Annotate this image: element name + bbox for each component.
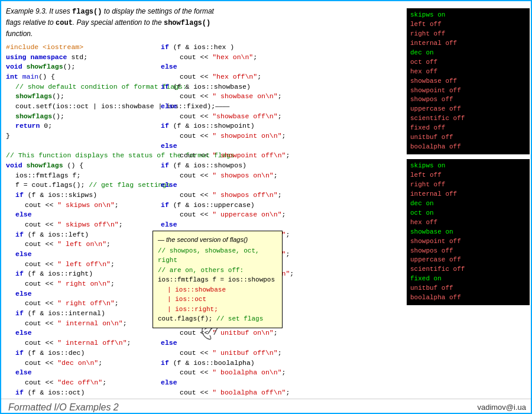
line-using: using namespace std;	[6, 53, 158, 63]
line-if-dec: if (f & ios::dec)	[6, 348, 158, 358]
blackbox-second: skipws on left off right off internal of…	[407, 159, 530, 305]
bb1-showbase: showbase off	[410, 77, 526, 86]
line-else-hex: else	[161, 62, 400, 72]
line-skipws-on: cout << " skipws on\n";	[6, 200, 158, 211]
bb2-unitbuf: unitbuf off	[410, 284, 526, 293]
line-else-internal: else	[6, 328, 158, 338]
desc-text1: to display the settings of the format	[102, 7, 213, 15]
line-else-boolalpha: else	[161, 378, 400, 388]
line-if-internal: if (f & ios::internal)	[6, 309, 158, 319]
bb2-showpoint: showpoint off	[410, 237, 526, 247]
line-left-off: cout << " left off\n";	[6, 260, 158, 270]
line-return: return 0;	[6, 121, 158, 131]
line-showpoint-off: cout << " showpoint off\n";	[161, 151, 400, 161]
line-else-skipws: else	[6, 210, 158, 220]
line-right-on: cout << " right on\n";	[6, 279, 158, 289]
bb1-right: right off	[410, 30, 526, 39]
bb1-boolalpha: boolalpha off	[410, 143, 526, 152]
line-if-showpoint: if (f & ios::showpoint)	[161, 121, 400, 131]
footer-title: Formatted I/O Examples 2	[8, 402, 119, 413]
desc-text2: flags relative to	[6, 18, 56, 27]
line-boolalpha-off: cout << " boolalpha off\n";	[161, 388, 400, 398]
line-showflags2: showflags();	[6, 112, 158, 122]
line-else-showpos: else	[161, 180, 400, 190]
line-dec-off: cout << "dec off\n";	[6, 378, 158, 388]
bb2-oct: oct on	[410, 209, 526, 218]
line-if-skipws: if (f & ios::skipws)	[6, 190, 158, 200]
right-panel: skipws on left off right off internal of…	[403, 1, 532, 399]
line-comment2: // This function displays the status of …	[6, 151, 158, 161]
line-else-left: else	[6, 250, 158, 260]
popup-code3: | ios::oct	[158, 295, 277, 305]
line-dec-on: cout << "dec on\n";	[6, 358, 158, 368]
line-if-oct: if (f & ios::oct)	[6, 388, 158, 398]
main-container: Example 9.3. It uses flags() to display …	[1, 1, 532, 414]
line-int-main: int main() {	[6, 72, 158, 82]
popup-title: — the second version of flags()	[158, 235, 277, 245]
desc-cout: cout	[56, 19, 73, 27]
line-showbase-off: cout << "showbase off\n";	[161, 112, 400, 122]
line-comment1: // show default condition of format flag…	[6, 82, 158, 92]
line-if-uppercase: if (f & ios::uppercase)	[161, 200, 400, 211]
line-newline: cout << "\n";	[161, 397, 400, 399]
desc-flags-bold: flags()	[72, 8, 102, 16]
popup-box: — the second version of flags() // showp…	[153, 231, 283, 328]
bb1-internal: internal off	[410, 39, 526, 48]
bb1-fixed: fixed off	[410, 124, 526, 133]
bb2-right: right off	[410, 180, 526, 190]
popup-comment1: // showpos, showbase, oct, right	[158, 246, 277, 266]
bb2-dec: dec on	[410, 199, 526, 209]
line-setf: cout.setf(ios::oct | ios::showbase | ios…	[6, 102, 158, 112]
line-void-showflags2: void showflags () {	[6, 161, 158, 171]
line-else-showpoint: else	[161, 141, 400, 151]
bb2-uppercase: uppercase off	[410, 255, 526, 265]
description: Example 9.3. It uses flags() to display …	[6, 6, 400, 39]
desc-showflags: showflags()	[164, 19, 210, 27]
line-else-right: else	[6, 289, 158, 299]
bb1-unitbuf: unitbuf off	[410, 133, 526, 143]
line-boolalpha-on: cout << " boolalpha on\n";	[161, 368, 400, 378]
bb2-left: left off	[410, 171, 526, 180]
line-showbase-on: cout << " showbase on\n";	[161, 92, 400, 102]
bb1-oct: oct off	[410, 58, 526, 67]
line-else-uppercase: else	[161, 220, 400, 230]
line-include: #include <iostream>	[6, 43, 158, 53]
line-showflags1: showflags();	[6, 92, 158, 102]
bb1-dec: dec on	[410, 48, 526, 58]
popup-code4: | ios::right;	[158, 305, 277, 315]
line-uppercase-on: cout << " uppercase on\n";	[161, 210, 400, 220]
desc-example: Example 9.3. It uses	[6, 7, 72, 15]
bb2-showpos: showpos off	[410, 247, 526, 256]
bb1-showpos: showpos off	[410, 95, 526, 105]
popup-code2: | ios::showbase	[158, 285, 277, 295]
line-void-showflags: void showflags();	[6, 62, 158, 72]
footer: Formatted I/O Examples 2 vadimov@i.ua	[1, 399, 532, 414]
bb2-hex: hex off	[410, 218, 526, 228]
line-if-showbase: if (f & ios::showbase)	[161, 82, 400, 92]
line-right-off: cout << " right off\n";	[6, 299, 158, 309]
line-internal-off: cout << " internal off\n";	[6, 338, 158, 348]
desc-text4: function.	[6, 30, 33, 38]
line-skipws-off: cout << " skipws off\n";	[6, 220, 158, 230]
line-if-hex: if (f & ios::hex )	[161, 43, 400, 53]
svg-line-17	[214, 328, 218, 335]
line-fmtflags: ios::fmtflags f;	[6, 171, 158, 181]
bb2-boolalpha: boolalpha off	[410, 293, 526, 303]
line-hex-on: cout << "hex on\n";	[161, 53, 400, 63]
line-showpos-off: cout << " showpos off\n";	[161, 190, 400, 200]
left-panel: Example 9.3. It uses flags() to display …	[1, 1, 403, 399]
footer-email: vadimov@i.ua	[477, 403, 526, 412]
desc-text3: . Pay special attention to the	[73, 18, 164, 27]
code-col-left: #include <iostream> using namespace std;…	[6, 43, 158, 399]
bb2-skipws: skipws on	[410, 161, 526, 171]
line-if-right: if (f & ios::right)	[6, 269, 158, 279]
bb1-uppercase: uppercase off	[410, 105, 526, 114]
bb2-scientific: scientific off	[410, 265, 526, 274]
bb1-left: left off	[410, 20, 526, 30]
line-showpos-on: cout << " showpos on\n";	[161, 171, 400, 181]
popup-comment2: // are on, others off:	[158, 266, 277, 276]
line-close-main: }	[6, 131, 158, 141]
content-area: Example 9.3. It uses flags() to display …	[1, 1, 532, 399]
line-showpoint-on: cout << " showpoint on\n";	[161, 131, 400, 141]
code-left: #include <iostream> using namespace std;…	[6, 43, 158, 399]
